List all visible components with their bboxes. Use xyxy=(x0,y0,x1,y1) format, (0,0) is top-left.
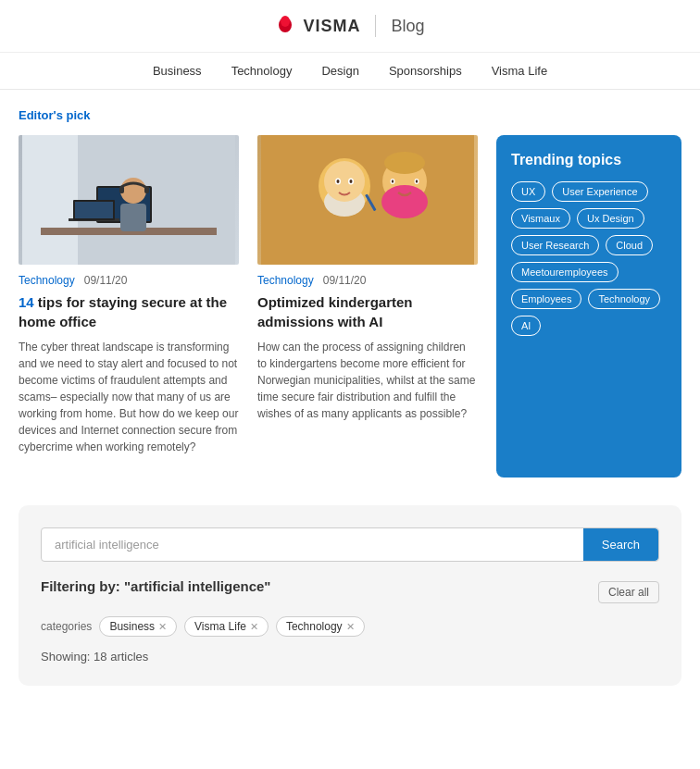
tag-employees[interactable]: Employees xyxy=(511,289,581,309)
visma-svg-icon xyxy=(275,13,295,33)
tag-technology[interactable]: Technology xyxy=(588,289,660,309)
nav-sponsorships[interactable]: Sponsorships xyxy=(389,64,462,78)
articles-section: Technology 09/11/20 14 tips for staying … xyxy=(19,135,478,478)
main-nav: Business Technology Design Sponsorships … xyxy=(0,53,700,90)
blog-label: Blog xyxy=(391,17,424,36)
article-2-title[interactable]: Optimized kindergarten admissions with A… xyxy=(257,292,478,331)
svg-point-24 xyxy=(381,185,428,218)
clear-all-button[interactable]: Clear all xyxy=(598,581,659,603)
filter-tag-business-label: Business xyxy=(109,620,155,633)
nav-visma-life[interactable]: Visma Life xyxy=(492,64,547,78)
article-2-category[interactable]: Technology xyxy=(257,274,314,287)
tag-cloud[interactable]: Cloud xyxy=(606,235,653,255)
search-button[interactable]: Search xyxy=(583,528,658,561)
trending-tags: UX User Experience Vismaux Ux Design Use… xyxy=(511,181,667,336)
svg-rect-9 xyxy=(75,202,113,218)
svg-rect-11 xyxy=(120,204,146,231)
filter-heading: Filtering by: "artificial intelligence" xyxy=(41,578,270,594)
filter-tag-technology-label: Technology xyxy=(286,620,343,633)
filter-tag-technology[interactable]: Technology ✕ xyxy=(276,616,365,637)
article-image-1 xyxy=(19,135,239,265)
filter-row: categories Business ✕ Visma Life ✕ Techn… xyxy=(41,616,659,637)
svg-point-28 xyxy=(416,180,418,183)
article-1-category[interactable]: Technology xyxy=(19,274,75,287)
article-1-meta: Technology 09/11/20 xyxy=(19,274,239,287)
article-kids-illustration xyxy=(257,135,478,265)
showing-count: Showing: 18 articles xyxy=(41,650,659,664)
article-card-2: Technology 09/11/20 Optimized kindergart… xyxy=(257,135,478,455)
tag-meetouremployees[interactable]: Meetouremployees xyxy=(511,262,619,282)
article-2-excerpt: How can the process of assigning childre… xyxy=(257,339,478,422)
tag-user-research[interactable]: User Research xyxy=(511,235,599,255)
trending-topics-box: Trending topics UX User Experience Visma… xyxy=(496,135,681,478)
logo-text: VISMA xyxy=(303,17,360,36)
svg-point-21 xyxy=(337,180,340,183)
svg-point-10 xyxy=(120,178,146,204)
header-divider xyxy=(375,15,376,37)
svg-point-22 xyxy=(350,180,353,183)
tag-ai[interactable]: AI xyxy=(511,316,541,336)
svg-point-29 xyxy=(384,152,425,174)
article-1-title[interactable]: 14 tips for staying secure at the home o… xyxy=(19,292,239,331)
article-2-meta: Technology 09/11/20 xyxy=(257,274,478,287)
tag-vismaux[interactable]: Vismaux xyxy=(511,208,570,229)
search-filter-section: Search Filtering by: "artificial intelli… xyxy=(19,505,681,686)
logo: VISMA Blog xyxy=(275,13,424,39)
article-1-title-prefix: 14 xyxy=(19,294,38,310)
articles-row: Technology 09/11/20 14 tips for staying … xyxy=(19,135,478,455)
article-1-excerpt: The cyber threat landscape is transformi… xyxy=(19,339,239,455)
filter-tag-vismalife-label: Visma Life xyxy=(194,620,246,633)
categories-label: categories xyxy=(41,620,92,633)
nav-design[interactable]: Design xyxy=(321,64,358,78)
article-1-date: 09/11/20 xyxy=(84,274,128,287)
remove-technology-icon[interactable]: ✕ xyxy=(346,621,355,633)
svg-point-1 xyxy=(281,16,290,27)
svg-rect-13 xyxy=(144,186,149,193)
remove-vismalife-icon[interactable]: ✕ xyxy=(250,621,258,633)
content-row: Technology 09/11/20 14 tips for staying … xyxy=(19,135,681,478)
search-input[interactable] xyxy=(42,528,583,561)
visma-logo-icon xyxy=(275,13,295,39)
svg-point-27 xyxy=(392,180,394,183)
nav-technology[interactable]: Technology xyxy=(231,64,293,78)
tag-user-experience[interactable]: User Experience xyxy=(552,181,647,202)
svg-rect-12 xyxy=(119,186,124,193)
tag-ux[interactable]: UX xyxy=(511,181,545,202)
article-person-illustration xyxy=(19,135,239,265)
main-content: Editor's pick xyxy=(0,90,700,496)
article-1-title-highlight: tips for staying secure at the home offi… xyxy=(19,294,227,329)
tag-ux-design[interactable]: Ux Design xyxy=(577,208,644,229)
remove-business-icon[interactable]: ✕ xyxy=(158,621,167,633)
article-2-date: 09/11/20 xyxy=(323,274,367,287)
header: VISMA Blog xyxy=(0,0,700,53)
article-card-1: Technology 09/11/20 14 tips for staying … xyxy=(19,135,239,455)
editors-pick-label: Editor's pick xyxy=(19,108,681,122)
filter-tag-vismalife[interactable]: Visma Life ✕ xyxy=(184,616,269,637)
search-bar: Search xyxy=(41,527,659,562)
filter-tag-business[interactable]: Business ✕ xyxy=(99,616,177,637)
article-image-2 xyxy=(257,135,478,265)
trending-title: Trending topics xyxy=(511,152,667,168)
nav-business[interactable]: Business xyxy=(153,64,202,78)
svg-rect-3 xyxy=(22,135,78,265)
